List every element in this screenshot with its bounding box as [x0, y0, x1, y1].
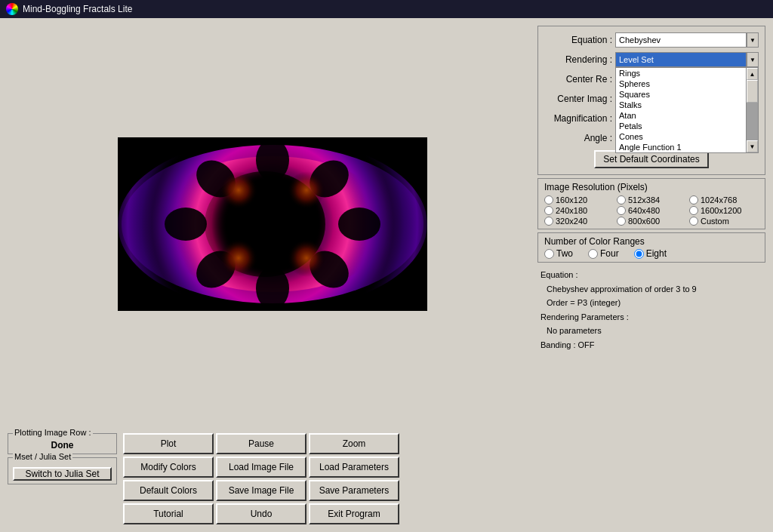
rendering-option-squares[interactable]: Squares — [616, 89, 746, 100]
res-option-800x600[interactable]: 800x600 — [617, 217, 686, 226]
save-parameters-button[interactable]: Save Parameters — [309, 480, 399, 501]
res-label-160x120: 160x120 — [556, 195, 587, 204]
default-colors-button[interactable]: Default Colors — [123, 480, 214, 501]
equation-dropdown-wrapper[interactable]: Chebyshev ▼ — [615, 32, 759, 48]
color-label-eight: Eight — [646, 248, 667, 259]
res-radio-custom[interactable] — [689, 217, 698, 226]
color-label-four: Four — [600, 248, 619, 259]
scrollbar-thumb[interactable] — [747, 80, 758, 103]
res-option-320x240[interactable]: 320x240 — [544, 217, 614, 226]
titlebar: Mind-Boggling Fractals Lite — [0, 0, 773, 18]
pause-button[interactable]: Pause — [216, 433, 306, 454]
button-grid: Plot Pause Zoom Modify Colors Load Image… — [123, 433, 399, 524]
res-option-240x180[interactable]: 240x180 — [544, 206, 614, 215]
res-label-640x480: 640x480 — [628, 206, 660, 215]
res-option-1600x1200[interactable]: 1600x1200 — [689, 206, 759, 215]
res-radio-1600x1200[interactable] — [689, 206, 698, 215]
rendering-option-rings[interactable]: Rings — [616, 68, 746, 78]
center-imag-label: Center Imag : — [544, 94, 612, 104]
rendering-dropdown-open[interactable]: Rings Spheres Squares Stalks Atan Petals… — [615, 67, 759, 153]
info-banding: Banding : OFF — [540, 339, 762, 352]
rendering-dropdown-list: Rings Spheres Squares Stalks Atan Petals… — [616, 68, 746, 152]
info-panel: Equation : Chebyshev approximation of or… — [537, 266, 765, 355]
info-equation-label: Equation : — [540, 269, 762, 281]
plot-button[interactable]: Plot — [123, 433, 214, 454]
resolution-panel: Image Resolution (Pixels) 160x120 512x38… — [537, 178, 765, 229]
scrollbar-track — [747, 80, 758, 140]
info-banding-value: OFF — [578, 340, 595, 349]
color-radio-four[interactable] — [588, 249, 598, 259]
res-radio-320x240[interactable] — [544, 217, 553, 226]
info-equation-detail1: Chebyshev approximation of order 3 to 9 — [547, 283, 762, 296]
color-option-two[interactable]: Two — [544, 248, 573, 259]
res-label-320x240: 320x240 — [556, 217, 587, 226]
res-option-640x480[interactable]: 640x480 — [617, 206, 686, 215]
rendering-label: Rendering : — [544, 54, 612, 65]
zoom-button[interactable]: Zoom — [309, 433, 399, 454]
res-label-1600x1200: 1600x1200 — [701, 206, 741, 215]
center-real-label: Center Re : — [544, 74, 612, 85]
color-option-four[interactable]: Four — [588, 248, 619, 259]
plotting-label: Plotting Image Row : — [13, 428, 93, 437]
res-option-512x384[interactable]: 512x384 — [617, 195, 686, 204]
equation-dropdown-arrow[interactable]: ▼ — [747, 32, 759, 48]
res-radio-512x384[interactable] — [617, 195, 626, 204]
res-radio-1024x768[interactable] — [689, 195, 698, 204]
load-parameters-button[interactable]: Load Parameters — [309, 457, 399, 478]
color-ranges-panel: Number of Color Ranges Two Four Eight — [537, 232, 765, 263]
fractal-image — [118, 137, 427, 311]
res-label-240x180: 240x180 — [556, 206, 587, 215]
color-radio-two[interactable] — [544, 249, 554, 259]
modify-colors-button[interactable]: Modify Colors — [123, 457, 214, 478]
load-image-file-button[interactable]: Load Image File — [216, 457, 306, 478]
angle-label: Angle : — [544, 133, 612, 143]
rendering-option-cones[interactable]: Cones — [616, 131, 746, 142]
res-option-custom[interactable]: Custom — [689, 217, 759, 226]
res-radio-640x480[interactable] — [617, 206, 626, 215]
color-radio-eight[interactable] — [634, 249, 644, 259]
rendering-selected: Level Set — [615, 52, 747, 67]
mset-julia-group: Mset / Julia Set Switch to Julia Set — [8, 457, 117, 484]
color-ranges-title: Number of Color Ranges — [544, 236, 759, 247]
scrollbar-up-btn[interactable]: ▲ — [747, 68, 758, 80]
rendering-option-angle1[interactable]: Angle Function 1 — [616, 142, 746, 152]
res-radio-160x120[interactable] — [544, 195, 553, 204]
res-option-160x120[interactable]: 160x120 — [544, 195, 614, 204]
tutorial-button[interactable]: Tutorial — [123, 503, 214, 524]
fractal-container — [5, 23, 530, 426]
info-rendering-label: Rendering Parameters : — [540, 311, 762, 324]
rendering-row: Rendering : Level Set ▼ Rings Spheres Sq… — [544, 52, 759, 67]
undo-button[interactable]: Undo — [216, 503, 306, 524]
info-equation-detail2: Order = P3 (integer) — [547, 297, 762, 309]
info-banding-label: Banding : — [540, 340, 575, 349]
equation-selected: Chebyshev — [615, 32, 747, 48]
rendering-dropdown-wrapper[interactable]: Level Set ▼ Rings Spheres Squares Stalks… — [615, 52, 759, 67]
rendering-scrollbar[interactable]: ▲ ▼ — [746, 68, 758, 152]
res-label-1024x768: 1024x768 — [701, 195, 737, 204]
resolution-grid: 160x120 512x384 1024x768 240x180 640x480 — [544, 195, 759, 226]
switch-julia-button[interactable]: Switch to Julia Set — [13, 467, 112, 481]
plotting-value: Done — [13, 440, 112, 451]
res-radio-240x180[interactable] — [544, 206, 553, 215]
equation-label: Equation : — [544, 35, 612, 45]
rendering-option-stalks[interactable]: Stalks — [616, 100, 746, 110]
res-label-800x600: 800x600 — [628, 217, 660, 226]
settings-panel: Equation : Chebyshev ▼ Rendering : Level… — [537, 26, 765, 175]
res-label-custom: Custom — [701, 217, 729, 226]
res-option-1024x768[interactable]: 1024x768 — [689, 195, 759, 204]
res-radio-800x600[interactable] — [617, 217, 626, 226]
color-label-two: Two — [556, 248, 573, 259]
rendering-option-spheres[interactable]: Spheres — [616, 78, 746, 89]
rendering-option-petals[interactable]: Petals — [616, 121, 746, 131]
rendering-option-atan[interactable]: Atan — [616, 110, 746, 121]
app-icon — [6, 3, 18, 15]
equation-row: Equation : Chebyshev ▼ — [544, 32, 759, 48]
plotting-status-group: Plotting Image Row : Done — [8, 433, 117, 454]
rendering-dropdown-arrow[interactable]: ▼ — [747, 52, 759, 67]
color-option-eight[interactable]: Eight — [634, 248, 667, 259]
color-ranges-row: Two Four Eight — [544, 248, 759, 259]
exit-program-button[interactable]: Exit Program — [309, 503, 399, 524]
status-area: Plotting Image Row : Done Mset / Julia S… — [8, 433, 117, 484]
save-image-file-button[interactable]: Save Image File — [216, 480, 306, 501]
scrollbar-down-btn[interactable]: ▼ — [747, 140, 758, 152]
